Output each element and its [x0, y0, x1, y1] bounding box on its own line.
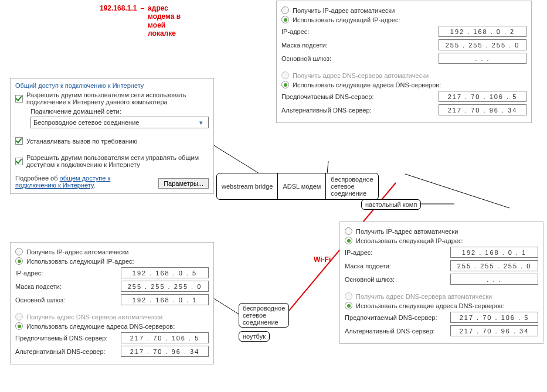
radio-use-ip[interactable]: [345, 237, 352, 244]
modem-ip: 192.168.1.1: [100, 4, 137, 38]
allow-share-label: Разрешить другим пользователям сети испо…: [26, 91, 209, 105]
home-net-value: Беспроводное сетевое соединение: [33, 119, 139, 126]
gw-input[interactable]: . . .: [439, 53, 526, 64]
ip-input[interactable]: 192 . 168 . 0 . 1: [450, 247, 538, 258]
auto-ip-label: Получить IP-адрес автоматически: [356, 228, 538, 235]
dns1-label: Предпочитаемый DNS-сервер:: [281, 93, 439, 100]
radio-use-dns[interactable]: [345, 302, 352, 309]
dns1-input[interactable]: 217 . 70 . 106 . 5: [450, 312, 538, 323]
dns2-label: Альтернативный DNS-сервер:: [281, 107, 439, 114]
laptop-wireless-label: беспроводное сетевое соединение: [243, 305, 285, 326]
checkbox-dial[interactable]: [15, 137, 23, 145]
dns1-input[interactable]: 217 . 70 . 106 . 5: [439, 91, 526, 102]
use-ip-label: Использовать следующий IP-адрес:: [293, 16, 526, 23]
radio-auto-dns[interactable]: [281, 71, 289, 79]
mask-input[interactable]: 255 . 255 . 255 . 0: [450, 260, 538, 271]
mask-input[interactable]: 255 . 255 . 255 . 0: [121, 281, 209, 292]
manage-label: Разрешить другим пользователям сети упра…: [26, 154, 209, 168]
gw-label: Основной шлюз:: [281, 55, 439, 62]
dns2-label: Альтернативный DNS-сервер:: [345, 328, 450, 335]
mask-label: Маска подсети:: [345, 263, 450, 270]
chevron-down-icon: ▾: [196, 119, 206, 127]
use-dns-label: Использовать следующие адреса DNS-сервер…: [293, 81, 526, 88]
topology-hub: webstream bridge ADSL модем беспроводное…: [216, 173, 379, 200]
home-net-label: Подключение домашней сети:: [30, 108, 209, 115]
dns1-label: Предпочитаемый DNS-сервер:: [15, 335, 121, 342]
radio-auto-ip[interactable]: [345, 227, 352, 235]
radio-use-dns[interactable]: [15, 322, 23, 330]
radio-auto-ip[interactable]: [281, 6, 289, 14]
gw-input[interactable]: . . .: [450, 274, 538, 285]
laptop-label: ноутбук: [243, 333, 266, 340]
radio-auto-dns[interactable]: [345, 292, 352, 300]
auto-dns-label: Получить адрес DNS-сервера автоматически: [26, 313, 209, 321]
auto-ip-label: Получить IP-адрес автоматически: [26, 248, 209, 255]
ics-title: Общий доступ к подключению к Интернету: [15, 82, 209, 89]
gw-input[interactable]: 192 . 168 . 0 . 1: [121, 294, 209, 305]
use-dns-label: Использовать следующие адреса DNS-сервер…: [356, 302, 538, 309]
ip-input[interactable]: 192 . 168 . 0 . 5: [121, 267, 209, 278]
seg-bridge: webstream bridge: [217, 173, 278, 199]
ics-panel: Общий доступ к подключению к Интернету Р…: [10, 78, 214, 194]
modem-note: адрес модема в моей локалке: [148, 4, 189, 38]
ip-label: IP-адрес:: [345, 249, 450, 256]
mask-label: Маска подсети:: [15, 283, 121, 290]
params-button[interactable]: Параметры...: [158, 178, 209, 189]
gw-label: Основной шлюз:: [345, 276, 450, 283]
dns2-input[interactable]: 217 . 70 . 96 . 34: [121, 346, 209, 357]
ip-input[interactable]: 192 . 168 . 0 . 2: [439, 26, 526, 37]
svg-line-0: [213, 145, 259, 173]
ip-label: IP-адрес:: [281, 28, 439, 35]
auto-ip-label: Получить IP-адрес автоматически: [293, 7, 526, 14]
radio-use-ip[interactable]: [15, 257, 23, 265]
radio-use-ip[interactable]: [281, 16, 289, 23]
dns2-input[interactable]: 217 . 70 . 96 . 34: [439, 104, 526, 115]
dial-label: Устанавливать вызов по требованию: [26, 138, 209, 145]
use-ip-label: Использовать следующий IP-адрес:: [26, 258, 209, 265]
dns2-label: Альтернативный DNS-сервер:: [15, 348, 121, 355]
seg-wireless: беспроводное сетевое соединение: [326, 173, 378, 199]
ip-panel-left: Получить IP-адрес автоматически Использо…: [10, 242, 214, 364]
laptop-wireless-box: беспроводное сетевое соединение: [239, 303, 289, 328]
laptop-label-box: ноутбук: [239, 331, 270, 342]
radio-use-dns[interactable]: [281, 81, 289, 88]
ip-panel-right: Получить IP-адрес автоматически Использо…: [339, 221, 543, 344]
desktop-label-box: настольный комп: [361, 199, 421, 210]
radio-auto-dns[interactable]: [15, 313, 23, 321]
checkbox-allow-share[interactable]: [15, 95, 23, 103]
auto-dns-label: Получить адрес DNS-сервера автоматически: [293, 72, 526, 79]
seg-modem: ADSL модем: [278, 173, 326, 199]
ip-panel-top: Получить IP-адрес автоматически Использо…: [276, 1, 532, 123]
auto-dns-label: Получить адрес DNS-сервера автоматически: [356, 293, 538, 300]
ip-label: IP-адрес:: [15, 270, 121, 277]
dns1-label: Предпочитаемый DNS-сервер:: [345, 314, 450, 321]
svg-line-1: [327, 161, 328, 174]
home-net-dropdown[interactable]: Беспроводное сетевое соединение ▾: [30, 117, 209, 128]
use-ip-label: Использовать следующий IP-адрес:: [356, 237, 538, 244]
checkbox-manage[interactable]: [15, 158, 23, 165]
dns2-input[interactable]: 217 . 70 . 96 . 34: [450, 325, 538, 336]
gw-label: Основной шлюз:: [15, 296, 121, 304]
wifi-label: Wi-Fi: [314, 255, 331, 264]
mask-input[interactable]: 255 . 255 . 255 . 0: [439, 39, 526, 50]
dash: –: [140, 4, 144, 38]
more-prefix: Подробнее об: [15, 175, 60, 182]
use-dns-label: Использовать следующие адреса DNS-сервер…: [26, 323, 209, 330]
mask-label: Маска подсети:: [281, 42, 439, 49]
radio-auto-ip[interactable]: [15, 248, 23, 255]
desktop-label: настольный комп: [365, 201, 417, 208]
dns1-input[interactable]: 217 . 70 . 106 . 5: [121, 332, 209, 343]
